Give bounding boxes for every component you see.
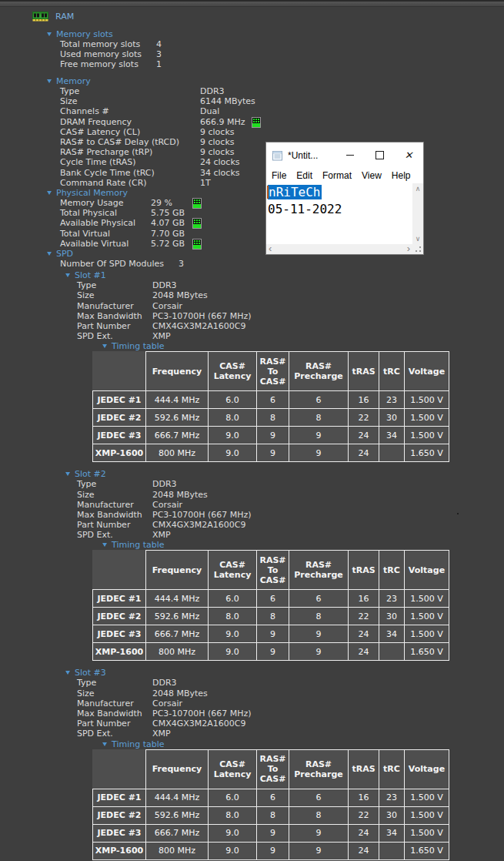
column-header-cell: tRC bbox=[379, 551, 405, 590]
slot-rows: Type DDR3 Size 2048 MBytes Manufacturer bbox=[0, 280, 504, 341]
timing-value-cell: 9 bbox=[257, 625, 289, 643]
row-label: Bank Cycle Time (tRC) bbox=[60, 168, 155, 178]
section-header[interactable]: SPD bbox=[0, 248, 504, 259]
info-row: Part Number CMX4GX3M2A1600C9 bbox=[0, 520, 504, 530]
timing-value-cell: 9 bbox=[289, 444, 349, 462]
menu-item[interactable]: Edit bbox=[296, 170, 312, 181]
info-row: RAS# to CAS# Delay (tRCD) 9 clocks bbox=[0, 137, 504, 147]
timing-value-cell: 34 bbox=[379, 625, 405, 643]
vertical-scrollbar[interactable] bbox=[412, 183, 423, 244]
scroll-down-icon[interactable] bbox=[412, 233, 423, 244]
tree-root-ram[interactable]: RAM bbox=[32, 12, 74, 22]
timing-value-cell: 6 bbox=[257, 789, 289, 806]
timing-value-cell: 8 bbox=[289, 608, 349, 625]
timing-table-body: JEDEC #1 444.4 MHz 6.0 6 6 bbox=[93, 590, 449, 661]
scroll-left-icon[interactable] bbox=[269, 244, 272, 254]
info-row: CAS# Latency (CL) 9 clocks bbox=[0, 127, 504, 137]
minimize-button[interactable] bbox=[335, 142, 365, 168]
timing-table: Frequency CAS# Latency RAS# To CAS# RAS#… bbox=[92, 749, 449, 860]
section-title: SPD bbox=[56, 249, 73, 259]
slot-title: Slot #2 bbox=[75, 469, 106, 479]
timing-value-cell: 8 bbox=[257, 608, 289, 625]
timing-value-cell bbox=[379, 643, 405, 661]
row-value: 6144 MBytes bbox=[200, 96, 255, 106]
column-header-cell: RAS# Precharge bbox=[289, 749, 349, 789]
timing-value-cell: 6.0 bbox=[209, 391, 257, 409]
timing-value-cell: 9 bbox=[289, 824, 349, 842]
scroll-up-icon[interactable] bbox=[412, 183, 423, 194]
window-title: *Untit... bbox=[288, 150, 335, 161]
row-value: Dual bbox=[200, 106, 219, 116]
timing-value-cell: 666.7 MHz bbox=[146, 427, 209, 444]
timing-value-cell: 24 bbox=[349, 824, 379, 842]
graph-indicator-icon[interactable] bbox=[192, 218, 202, 229]
timing-value-cell: 1.500 V bbox=[405, 789, 449, 806]
maximize-button[interactable] bbox=[365, 142, 394, 168]
column-header-cell: tRAS bbox=[349, 551, 379, 590]
slot-header[interactable]: Slot #2 bbox=[0, 468, 504, 479]
row-value: DDR3 bbox=[152, 678, 177, 688]
resize-grip-icon[interactable] bbox=[412, 244, 423, 254]
scroll-right-icon[interactable] bbox=[407, 244, 410, 254]
row-header-cell: JEDEC #3 bbox=[93, 824, 146, 842]
column-header-cell: Frequency bbox=[146, 551, 209, 590]
row-value: 1T bbox=[200, 178, 211, 188]
timing-value-cell: 23 bbox=[379, 789, 405, 806]
stray-cursor-dot bbox=[457, 513, 459, 514]
column-header-cell: RAS# Precharge bbox=[289, 352, 349, 391]
section-title: Memory bbox=[56, 76, 91, 86]
row-value: PC3-10700H (667 MHz) bbox=[152, 510, 252, 520]
timing-value-cell: 24 bbox=[349, 643, 379, 661]
row-label: Free memory slots bbox=[60, 59, 139, 69]
menu-item[interactable]: Help bbox=[392, 170, 411, 181]
info-row: Number Of SPD Modules 3 bbox=[0, 259, 504, 269]
timing-value-cell: 30 bbox=[379, 409, 405, 427]
info-row: Memory Usage 29 % bbox=[0, 198, 504, 208]
timing-value-cell: 1.500 V bbox=[405, 409, 449, 427]
info-row: Max Bandwidth PC3-10700H (667 MHz) bbox=[0, 709, 504, 719]
text-caret bbox=[267, 186, 269, 199]
timing-value-cell: 34 bbox=[379, 824, 405, 842]
row-label: Manufacturer bbox=[77, 500, 134, 510]
horizontal-scrollbar[interactable] bbox=[266, 244, 412, 254]
section-header[interactable]: Memory bbox=[0, 75, 504, 86]
maximize-icon bbox=[375, 151, 384, 159]
timing-value-cell: 9 bbox=[289, 842, 349, 859]
timing-value-cell: 6.0 bbox=[209, 590, 257, 608]
timing-value-cell: 444.4 MHz bbox=[146, 391, 209, 409]
menu-item[interactable]: View bbox=[362, 170, 382, 181]
row-label: RAS# Precharge (tRP) bbox=[60, 147, 152, 157]
timing-table-row: XMP-1600 800 MHz 9.0 9 9 bbox=[93, 444, 449, 462]
timing-table-header[interactable]: Timing table bbox=[0, 540, 504, 550]
row-label: SPD Ext. bbox=[77, 331, 113, 341]
timing-value-cell: 8.0 bbox=[209, 409, 257, 427]
row-value: DDR3 bbox=[200, 86, 225, 96]
text-line: 05-11-2022 bbox=[268, 201, 412, 218]
graph-indicator-icon[interactable] bbox=[192, 198, 202, 209]
title-bar[interactable]: *Untit... bbox=[266, 142, 423, 168]
timing-value-cell: 666.7 MHz bbox=[146, 824, 209, 842]
section-header[interactable]: Memory slots bbox=[0, 28, 504, 39]
timing-value-cell: 34 bbox=[379, 427, 405, 444]
timing-table-header[interactable]: Timing table bbox=[0, 341, 504, 351]
timing-value-cell: 6 bbox=[257, 590, 289, 608]
row-value: 5.72 GB bbox=[151, 239, 185, 249]
column-header-cell: Voltage bbox=[405, 749, 449, 789]
section-header[interactable]: Physical Memory bbox=[0, 187, 504, 198]
top-divider-bar bbox=[0, 0, 504, 7]
menu-item[interactable]: Format bbox=[322, 170, 352, 181]
timing-table-header[interactable]: Timing table bbox=[0, 739, 504, 749]
close-button[interactable] bbox=[394, 142, 423, 168]
timing-value-cell: 9 bbox=[257, 842, 289, 859]
slot-header[interactable]: Slot #3 bbox=[0, 667, 504, 678]
row-header-cell: JEDEC #2 bbox=[93, 409, 146, 427]
menu-item[interactable]: File bbox=[272, 170, 286, 181]
section-title: Physical Memory bbox=[56, 188, 128, 198]
section-title: Memory slots bbox=[56, 29, 113, 39]
row-value: 4.07 GB bbox=[151, 218, 185, 228]
text-area[interactable]: nRiTeCh 05-11-2022 bbox=[266, 183, 412, 244]
info-row: Used memory slots 3 bbox=[0, 49, 504, 59]
slot-header[interactable]: Slot #1 bbox=[0, 270, 504, 280]
ram-icon bbox=[32, 12, 48, 22]
graph-indicator-icon[interactable] bbox=[252, 117, 261, 128]
